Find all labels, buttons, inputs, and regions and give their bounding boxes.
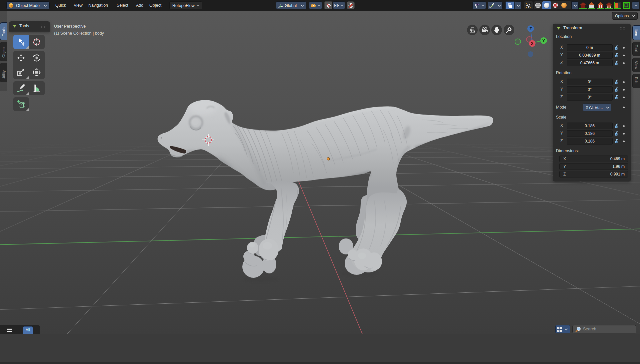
svg-text:Y: Y xyxy=(542,39,545,43)
svg-text:X: X xyxy=(531,41,533,46)
svg-text:Z: Z xyxy=(529,27,532,31)
